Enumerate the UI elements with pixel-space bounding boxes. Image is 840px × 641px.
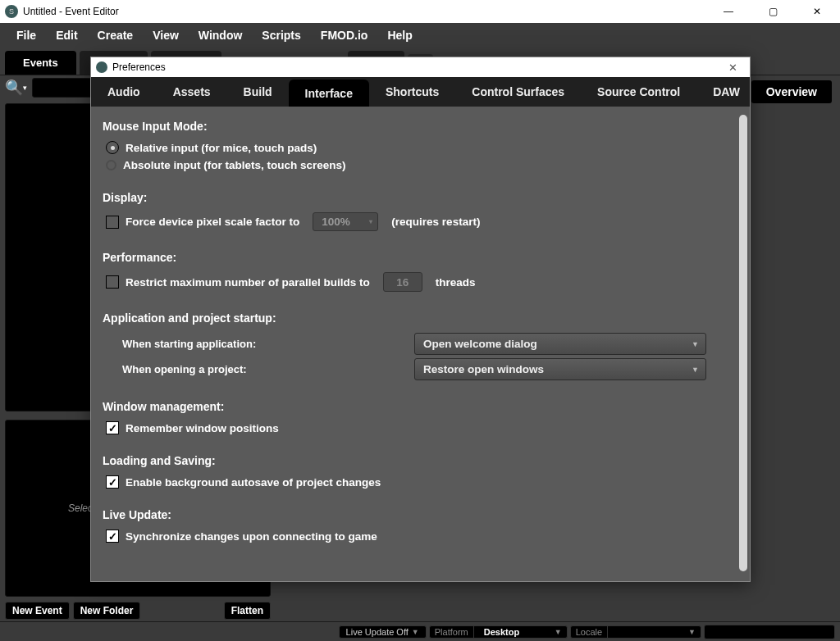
checkbox-autosave[interactable]: Enable background autosave of project ch… xyxy=(106,475,717,489)
section-performance: Performance: Restrict maximum number of … xyxy=(103,251,717,292)
performance-heading: Performance: xyxy=(103,251,717,264)
preferences-tabs: Audio Assets Build Interface Shortcuts C… xyxy=(91,77,750,107)
threads-input[interactable]: 16 xyxy=(383,272,422,292)
radio-icon xyxy=(106,160,116,170)
section-window-management: Window management: Remember window posit… xyxy=(103,400,717,434)
prefs-tab-assets[interactable]: Assets xyxy=(157,77,227,107)
checkbox-remember-positions[interactable]: Remember window positions xyxy=(106,421,717,434)
display-heading: Display: xyxy=(103,191,717,204)
checkbox-icon xyxy=(106,275,119,289)
prefs-tab-daw[interactable]: DAW xyxy=(696,77,756,107)
radio-relative-input[interactable]: Relative input (for mice, touch pads) xyxy=(106,141,717,154)
overview-tab[interactable]: Overview xyxy=(751,80,832,103)
locale-selector[interactable]: Locale ▼ xyxy=(570,625,701,639)
caret-icon: ▼ xyxy=(555,628,567,636)
preferences-content: Mouse Input Mode: Relative input (for mi… xyxy=(103,120,732,571)
startup-heading: Application and project startup: xyxy=(103,311,717,325)
events-buttons: New Event New Folder Flatten xyxy=(5,602,271,620)
when-opening-dropdown[interactable]: Restore open windows ▼ xyxy=(414,358,706,380)
checkbox-label: Restrict maximum number of parallel buil… xyxy=(126,276,370,289)
preferences-title: Preferences xyxy=(112,61,720,73)
prefs-tab-control-surfaces[interactable]: Control Surfaces xyxy=(455,77,581,107)
caret-icon: ▼ xyxy=(412,628,419,636)
platform-selector[interactable]: Platform Desktop ▼ xyxy=(429,625,568,639)
checkbox-label: Remember window positions xyxy=(126,422,279,434)
section-display: Display: Force device pixel scale factor… xyxy=(103,191,717,231)
new-folder-button[interactable]: New Folder xyxy=(73,602,141,620)
loading-heading: Loading and Saving: xyxy=(103,454,717,467)
checkbox-restrict-builds[interactable]: Restrict maximum number of parallel buil… xyxy=(106,272,717,292)
window-titlebar: S Untitled - Event Editor — ▢ ✕ xyxy=(0,0,840,23)
status-bar: Live Update Off ▼ Platform Desktop ▼ Loc… xyxy=(0,621,840,641)
preferences-body: Mouse Input Mode: Relative input (for mi… xyxy=(91,107,750,581)
preferences-titlebar: Preferences ✕ xyxy=(91,57,750,77)
new-event-button[interactable]: New Event xyxy=(5,602,70,620)
maximize-button[interactable]: ▢ xyxy=(758,0,788,23)
menu-file[interactable]: File xyxy=(7,25,46,45)
radio-icon xyxy=(106,141,119,154)
checkbox-label: Enable background autosave of project ch… xyxy=(126,476,381,489)
checkbox-force-scale[interactable]: Force device pixel scale factor to 100% … xyxy=(106,212,717,231)
live-update-toggle[interactable]: Live Update Off ▼ xyxy=(339,625,427,639)
menu-view[interactable]: View xyxy=(143,25,189,45)
prefs-tab-source-control[interactable]: Source Control xyxy=(581,77,696,107)
prefs-tab-shortcuts[interactable]: Shortcuts xyxy=(369,77,455,107)
menu-edit[interactable]: Edit xyxy=(46,25,87,45)
section-startup: Application and project startup: When st… xyxy=(103,311,717,380)
startup-when-starting-row: When starting application: Open welcome … xyxy=(122,333,717,355)
when-starting-label: When starting application: xyxy=(122,338,414,350)
section-live-update: Live Update: Synchronize changes upon co… xyxy=(103,508,717,543)
checkbox-icon xyxy=(106,475,119,489)
prefs-tab-audio[interactable]: Audio xyxy=(91,77,157,107)
menu-window[interactable]: Window xyxy=(189,25,253,45)
prefs-tab-interface[interactable]: Interface xyxy=(289,80,369,107)
checkbox-label: Force device pixel scale factor to xyxy=(126,216,299,228)
radio-label: Relative input (for mice, touch pads) xyxy=(126,142,317,154)
dropdown-value: Open welcome dialog xyxy=(423,338,537,350)
scrollbar[interactable] xyxy=(739,115,747,571)
platform-value: Desktop xyxy=(477,626,551,638)
checkbox-icon xyxy=(106,216,119,229)
scale-suffix: (requires restart) xyxy=(391,216,480,228)
checkbox-icon xyxy=(106,421,119,434)
preferences-dialog: Preferences ✕ Audio Assets Build Interfa… xyxy=(90,57,751,582)
menu-create[interactable]: Create xyxy=(88,25,144,45)
startup-when-opening-row: When opening a project: Restore open win… xyxy=(122,358,717,380)
platform-label: Platform xyxy=(430,626,474,638)
menu-scripts[interactable]: Scripts xyxy=(252,25,310,45)
window-mgmt-heading: Window management: xyxy=(103,400,717,413)
mouse-heading: Mouse Input Mode: xyxy=(103,120,717,133)
live-update-label: Live Update Off xyxy=(346,627,409,637)
checkbox-label: Synchronize changes upon connecting to g… xyxy=(126,530,377,543)
checkbox-icon xyxy=(106,530,119,543)
section-loading-saving: Loading and Saving: Enable background au… xyxy=(103,454,717,489)
caret-icon: ▼ xyxy=(692,366,699,374)
flatten-button[interactable]: Flatten xyxy=(224,602,271,620)
select-hint: Selec xyxy=(68,502,93,514)
radio-absolute-input[interactable]: Absolute input (for tablets, touch scree… xyxy=(106,159,717,171)
radio-label: Absolute input (for tablets, touch scree… xyxy=(123,159,346,171)
prefs-tab-build[interactable]: Build xyxy=(227,77,289,107)
live-update-heading: Live Update: xyxy=(103,508,717,521)
locale-value xyxy=(611,631,685,633)
app-icon xyxy=(96,61,107,73)
caret-icon: ▼ xyxy=(692,340,699,348)
menu-fmodio[interactable]: FMOD.io xyxy=(311,25,378,45)
tab-events[interactable]: Events xyxy=(5,51,76,75)
when-starting-dropdown[interactable]: Open welcome dialog ▼ xyxy=(414,333,706,355)
caret-icon: ▼ xyxy=(688,628,701,636)
status-empty[interactable] xyxy=(704,625,835,639)
search-icon[interactable]: 🔍▾ xyxy=(4,78,27,98)
threads-suffix: threads xyxy=(436,276,476,289)
preferences-close-button[interactable]: ✕ xyxy=(720,61,745,74)
menu-help[interactable]: Help xyxy=(377,25,422,45)
minimize-button[interactable]: — xyxy=(714,0,743,23)
caret-icon: ▾ xyxy=(369,218,372,225)
when-opening-label: When opening a project: xyxy=(122,363,414,375)
close-button[interactable]: ✕ xyxy=(802,0,832,23)
app-icon: S xyxy=(5,5,18,18)
section-mouse: Mouse Input Mode: Relative input (for mi… xyxy=(103,120,717,171)
scale-factor-select[interactable]: 100% ▾ xyxy=(313,212,378,231)
checkbox-sync-changes[interactable]: Synchronize changes upon connecting to g… xyxy=(106,530,717,543)
window-title: Untitled - Event Editor xyxy=(23,6,714,17)
